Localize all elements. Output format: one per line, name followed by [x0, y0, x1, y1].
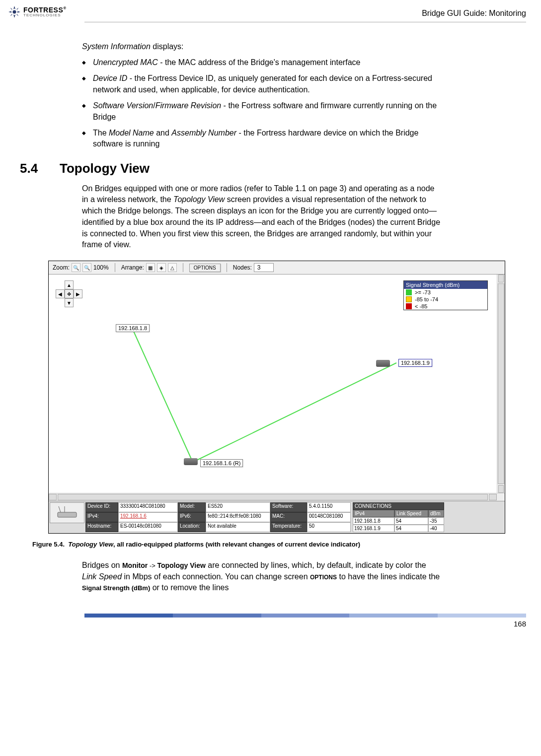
list-item: Device ID - the Fortress Device ID, as u…	[93, 73, 442, 95]
kv-val: 00148C081080	[307, 512, 351, 522]
kv-key: Temperature:	[270, 522, 307, 532]
list-item: Software Version/Firmware Revision - the…	[93, 100, 442, 123]
conn-cell: 54	[394, 517, 428, 525]
col-head: dBm	[428, 510, 444, 517]
section-title: Topology View	[60, 161, 150, 176]
fortress-logo-icon	[7, 5, 21, 19]
section-para-2: Bridges on Monitor -> Topology View are …	[82, 560, 442, 594]
sysinfo-list: Unencrypted MAC - the MAC address of the…	[82, 57, 442, 150]
header-breadcrumb: Bridge GUI Guide: Monitoring	[422, 5, 526, 18]
topology-links	[49, 275, 497, 493]
node-label-current[interactable]: 192.168.1.9	[398, 359, 432, 367]
node-label[interactable]: 192.168.1.8	[116, 324, 150, 332]
list-item: Unencrypted MAC - the MAC address of the…	[93, 57, 442, 68]
figure-caption: Figure 5.4. Topology View, all radio-equ…	[32, 541, 521, 548]
vertical-scrollbar[interactable]	[497, 275, 505, 493]
kv-key: Location:	[178, 522, 206, 532]
logo-sub-text: TECHNOLOGIES	[23, 13, 67, 17]
arrange-radial-icon[interactable]: ◈	[157, 263, 166, 272]
kv-key: Hostname:	[85, 522, 118, 532]
kv-val: ES520	[206, 502, 270, 512]
kv-val-link[interactable]: 192.168.1.6	[118, 512, 178, 522]
svg-rect-3	[58, 512, 77, 517]
bridge-icon[interactable]	[376, 360, 390, 367]
zoom-label: Zoom:	[53, 264, 70, 271]
zoom-out-icon[interactable]: 🔍	[72, 263, 80, 272]
col-head: Link Speed	[394, 510, 428, 517]
conn-cell: -40	[428, 525, 444, 532]
horizontal-scrollbar[interactable]	[49, 493, 505, 501]
kv-val: 5.4.0.1150	[307, 502, 351, 512]
section-para-1: On Bridges equipped with one or more rad…	[82, 183, 442, 251]
conn-cell: 192.168.1.9	[353, 525, 394, 532]
connections-title: CONNECTIONS	[353, 502, 444, 510]
kv-key: MAC:	[270, 512, 307, 522]
logo: FORTRESS® TECHNOLOGIES	[7, 5, 67, 19]
page-number: 168	[0, 619, 541, 628]
device-thumbnail-icon	[50, 502, 84, 523]
col-head: IPv4	[353, 510, 394, 517]
node-label[interactable]: 192.168.1.6 (R)	[200, 459, 243, 467]
conn-cell: -35	[428, 517, 444, 525]
sysinfo-lead: System Information displays:	[82, 42, 442, 51]
conn-cell: 54	[394, 525, 428, 532]
nodes-label: Nodes:	[233, 264, 252, 271]
nodes-count: 3	[254, 263, 274, 272]
kv-val: fe80::214:8cff:fe08:1080	[206, 512, 270, 522]
kv-val: ES-00148c081080	[118, 522, 178, 532]
arrange-tree-icon[interactable]: △	[168, 263, 177, 272]
kv-key: Device ID:	[85, 502, 118, 512]
kv-val: 50	[307, 522, 351, 532]
svg-line-1	[132, 328, 193, 462]
topology-canvas[interactable]: ▲ ▼ ◀ ▶ ✥ Signal Strength (dBm) >= -73 -…	[49, 275, 497, 493]
bridge-icon[interactable]	[184, 458, 198, 465]
svg-line-2	[193, 363, 396, 462]
topology-screenshot: Zoom: 🔍 🔍 100% Arrange: ▦ ◈ △ OPTIONS No…	[48, 261, 505, 534]
zoom-in-icon[interactable]: 🔍	[82, 263, 91, 272]
footer-bar	[84, 614, 526, 618]
svg-point-0	[13, 10, 16, 14]
section-number: 5.4	[20, 161, 48, 176]
node-detail-panel: Device ID: 333300148C081080 Model: ES520…	[49, 501, 505, 533]
kv-key: Model:	[178, 502, 206, 512]
options-button[interactable]: OPTIONS	[189, 264, 221, 272]
kv-val: 333300148C081080	[118, 502, 178, 512]
topology-toolbar: Zoom: 🔍 🔍 100% Arrange: ▦ ◈ △ OPTIONS No…	[49, 261, 505, 275]
zoom-value: 100%	[93, 264, 109, 271]
kv-key: Software:	[270, 502, 307, 512]
kv-key: IPv6:	[178, 512, 206, 522]
logo-main-text: FORTRESS®	[23, 6, 67, 13]
list-item: The Model Name and Assembly Number - the…	[93, 128, 442, 150]
kv-key: IPv4:	[85, 512, 118, 522]
svg-line-4	[59, 506, 61, 512]
arrange-grid-icon[interactable]: ▦	[146, 263, 155, 272]
conn-cell: 192.168.1.8	[353, 517, 394, 525]
arrange-label: Arrange:	[121, 264, 144, 271]
kv-val: Not available	[206, 522, 270, 532]
